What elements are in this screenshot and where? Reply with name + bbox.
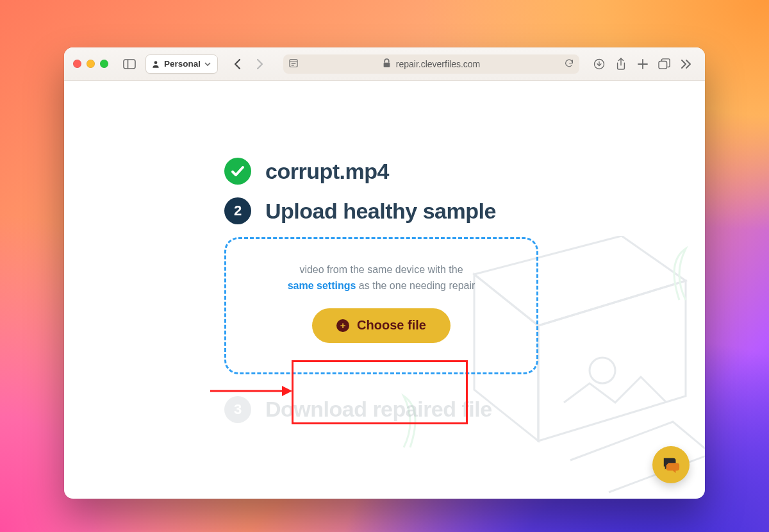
chevron-down-icon bbox=[204, 61, 211, 67]
new-tab-button[interactable] bbox=[633, 54, 652, 74]
step-1-check-icon bbox=[224, 158, 251, 185]
svg-point-16 bbox=[590, 358, 615, 383]
profile-label: Personal bbox=[164, 59, 201, 69]
step-2-title: Upload healthy sample bbox=[265, 199, 496, 224]
plus-icon: + bbox=[336, 319, 349, 332]
lock-icon bbox=[383, 58, 391, 70]
upload-dropzone[interactable]: video from the same device with the same… bbox=[224, 237, 538, 374]
choose-file-button[interactable]: + Choose file bbox=[312, 308, 451, 343]
reload-button[interactable] bbox=[564, 58, 574, 70]
forward-button[interactable] bbox=[250, 54, 269, 74]
window-close-button[interactable] bbox=[73, 60, 81, 68]
step-3-row: 3 Download repaired file bbox=[224, 396, 551, 423]
downloads-button[interactable] bbox=[590, 54, 609, 74]
desktop-background: Personal repair.cleverfiles.com bbox=[0, 0, 769, 532]
navigation-arrows bbox=[228, 54, 269, 74]
step-1-row: corrupt.mp4 bbox=[224, 158, 551, 185]
hint-link[interactable]: same settings bbox=[288, 280, 356, 291]
hint-prefix: video from the same device with the bbox=[299, 264, 463, 275]
share-button[interactable] bbox=[611, 54, 631, 74]
svg-rect-7 bbox=[383, 62, 390, 67]
svg-rect-0 bbox=[124, 60, 135, 69]
address-bar[interactable]: repair.cleverfiles.com bbox=[283, 54, 579, 74]
chat-icon bbox=[661, 456, 681, 474]
svg-marker-15 bbox=[538, 281, 686, 441]
toolbar-right bbox=[590, 54, 696, 74]
svg-point-2 bbox=[154, 61, 158, 64]
back-button[interactable] bbox=[228, 54, 247, 74]
window-controls bbox=[73, 60, 108, 68]
hint-suffix: as the one needing repair bbox=[356, 280, 475, 291]
step-1-title: corrupt.mp4 bbox=[265, 159, 389, 184]
window-minimize-button[interactable] bbox=[87, 60, 95, 68]
step-2-number-badge: 2 bbox=[224, 197, 251, 224]
browser-titlebar: Personal repair.cleverfiles.com bbox=[64, 47, 705, 81]
browser-window: Personal repair.cleverfiles.com bbox=[64, 47, 705, 499]
page-content: corrupt.mp4 2 Upload healthy sample vide… bbox=[64, 81, 705, 499]
person-icon bbox=[151, 60, 160, 69]
sidebar-toggle-button[interactable] bbox=[120, 54, 139, 74]
svg-rect-3 bbox=[290, 59, 297, 67]
step-3-number-badge: 3 bbox=[224, 396, 251, 423]
overflow-button[interactable] bbox=[677, 54, 696, 74]
dropzone-hint: video from the same device with the same… bbox=[260, 262, 503, 294]
profile-switcher[interactable]: Personal bbox=[145, 54, 218, 74]
steps-wrapper: corrupt.mp4 2 Upload healthy sample vide… bbox=[64, 81, 551, 423]
tabs-overview-button[interactable] bbox=[655, 54, 674, 74]
step-2-row: 2 Upload healthy sample bbox=[224, 197, 551, 224]
address-text: repair.cleverfiles.com bbox=[396, 59, 481, 69]
chat-fab[interactable] bbox=[652, 446, 690, 483]
choose-file-label: Choose file bbox=[357, 318, 426, 333]
site-settings-icon[interactable] bbox=[288, 58, 299, 70]
window-zoom-button[interactable] bbox=[100, 60, 108, 68]
svg-rect-12 bbox=[659, 61, 667, 69]
step-3-title: Download repaired file bbox=[265, 397, 492, 422]
